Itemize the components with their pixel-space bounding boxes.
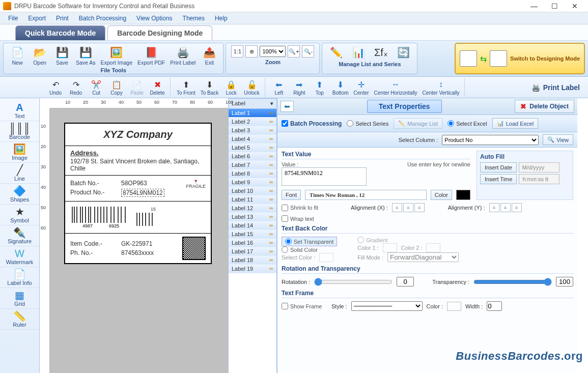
panel-back-button[interactable]: ⬅ (281, 101, 294, 112)
gradient-radio[interactable]: Gradient (357, 237, 403, 243)
export-pdf-button[interactable]: 📕Export PDF (135, 44, 167, 67)
zoom-fit-icon[interactable]: 1:1 (231, 45, 243, 58)
close-button[interactable]: ✕ (565, 1, 585, 12)
batch-checkbox[interactable]: Batch Processing (282, 120, 342, 127)
menu-themes[interactable]: Themes (178, 13, 210, 24)
select-color-swatch[interactable] (319, 253, 333, 262)
font-button[interactable]: Font (282, 190, 301, 200)
tool-watermark[interactable]: WWatermark (0, 246, 39, 267)
solid-radio[interactable]: Solid Color (282, 246, 327, 253)
transparency-value[interactable] (556, 277, 573, 286)
color2-swatch[interactable] (426, 243, 440, 252)
manage-formula-button[interactable]: Σfₓ (370, 44, 391, 61)
align-right-button[interactable]: ➡Right (290, 78, 309, 97)
frame-style-select[interactable]: ──────── (351, 301, 423, 311)
rotation-value[interactable] (397, 277, 414, 286)
tool-signature[interactable]: ✒️Signature (0, 225, 39, 246)
zoom-out-icon[interactable]: 🔍- (302, 45, 314, 58)
tool-barcode[interactable]: ║║║Barcode (0, 121, 39, 142)
manage-list-button[interactable]: ✏️Manage List (394, 118, 442, 129)
labellist-item[interactable]: Label 3✏ (229, 126, 276, 135)
switch-mode-button[interactable]: ⇆ Switch to Designing Mode (455, 43, 585, 74)
load-excel-button[interactable]: 📊Load Excel (492, 118, 538, 129)
rotation-slider[interactable] (314, 278, 393, 286)
labellist-item[interactable]: Label 12✏ (229, 204, 276, 213)
tool-image[interactable]: 🖼️Image (0, 142, 39, 163)
insert-time-button[interactable]: Insert Time (480, 174, 517, 184)
copy-button[interactable]: 📋Copy (107, 78, 126, 97)
tool-text[interactable]: AText (0, 100, 39, 121)
manage-edit-button[interactable]: ✏️ (325, 44, 347, 61)
align-left-button[interactable]: ⬅Left (269, 78, 289, 97)
frame-width-input[interactable] (487, 301, 502, 311)
tool-line[interactable]: ╱Line (0, 163, 39, 184)
labellist-item[interactable]: Label 16✏ (229, 239, 276, 247)
labellist-item[interactable]: Label 15✏ (229, 230, 276, 239)
redo-button[interactable]: ↷Redo (66, 78, 86, 97)
cut-button[interactable]: ✂️Cut (87, 78, 106, 97)
labellist-item[interactable]: Label 14✏ (229, 221, 276, 230)
menu-export[interactable]: Export (23, 13, 51, 24)
maximize-button[interactable]: ☐ (544, 1, 565, 12)
labellist-item[interactable]: Label 4✏ (229, 135, 276, 144)
align-center-button[interactable]: ✛Center (352, 78, 371, 97)
alignx-center[interactable]: ≡ (403, 203, 413, 212)
lock-button[interactable]: 🔒Lock (221, 78, 241, 97)
menu-file[interactable]: File (3, 13, 23, 24)
align-bottom-button[interactable]: ⬇Bottom (330, 78, 351, 97)
select-excel-radio[interactable]: Select Excel (447, 120, 487, 127)
alignx-left[interactable]: ≡ (392, 203, 402, 212)
color1-swatch[interactable] (383, 243, 397, 252)
delete-button[interactable]: ✖Delete (148, 78, 167, 97)
open-button[interactable]: 📂Open (29, 44, 50, 67)
tool-symbol[interactable]: ★Symbol (0, 205, 39, 225)
labellist-item[interactable]: Label 18✏ (229, 256, 276, 265)
toback-button[interactable]: ⬇To Back (199, 78, 221, 97)
labellist-item[interactable]: Label 11✏ (229, 195, 276, 204)
saveas-button[interactable]: 💾Save As (74, 44, 98, 67)
menu-print[interactable]: Print (51, 13, 74, 24)
tool-ruler[interactable]: 📏Ruler (0, 309, 39, 330)
wrap-checkbox[interactable]: Wrap text (282, 215, 327, 222)
align-top-button[interactable]: ⬆Top (310, 78, 329, 97)
color-button[interactable]: Color (431, 190, 452, 200)
labellist-item[interactable]: Label 5✏ (229, 144, 276, 152)
delete-object-button[interactable]: ✖Delete Object (515, 100, 574, 113)
view-button[interactable]: 🔍View (543, 134, 573, 145)
selected-text-field[interactable]: 8754L9NM012 (121, 189, 164, 197)
save-button[interactable]: 💾Save (51, 44, 73, 67)
center-vert-button[interactable]: ↕Center Vertically (421, 78, 462, 97)
export-image-button[interactable]: 🖼️Export Image (99, 44, 134, 67)
print-label-big-button[interactable]: 🖨️ Print Label (525, 81, 586, 94)
menu-help[interactable]: Help (210, 13, 233, 24)
tool-grid[interactable]: ▦Grid (0, 288, 39, 309)
aligny-bot[interactable]: ≡ (512, 203, 522, 212)
labellist-item[interactable]: Label 10✏ (229, 187, 276, 195)
labellist-item[interactable]: Label 6✏ (229, 152, 276, 161)
column-select[interactable]: Product No (442, 135, 539, 145)
menu-batch[interactable]: Batch Processing (74, 13, 131, 24)
aligny-mid[interactable]: ≡ (500, 203, 511, 212)
value-input[interactable]: 8754L9NM012 (282, 167, 367, 186)
time-format[interactable]: h:mm:ss tt (519, 174, 559, 184)
new-button[interactable]: 📄New (7, 44, 28, 67)
alignx-right[interactable]: ≡ (414, 203, 425, 212)
zoom-select[interactable]: 100% (260, 46, 286, 57)
unlock-button[interactable]: 🔓Unlock (242, 78, 262, 97)
transparent-radio[interactable]: Set Transparent (282, 237, 337, 246)
label-preview[interactable]: XYZ Company Address. 192/78 St. Saint Vi… (64, 123, 212, 264)
insert-date-button[interactable]: Insert Date (480, 162, 517, 173)
tool-labelinfo[interactable]: 📄Label Info (0, 267, 39, 288)
labellist-item[interactable]: Label 17✏ (229, 247, 276, 256)
exit-button[interactable]: 📤Exit (199, 44, 220, 67)
transparency-slider[interactable] (473, 278, 552, 286)
labellist-item[interactable]: Label 7✏ (229, 161, 276, 169)
menu-view[interactable]: View Options (131, 13, 177, 24)
labellist-item[interactable]: Label 19✏ (229, 265, 276, 273)
frame-color-swatch[interactable] (447, 302, 461, 311)
manage-excel-button[interactable]: 📊 (348, 44, 369, 61)
tofront-button[interactable]: ⬆To Front (175, 78, 198, 97)
tab-design-mode[interactable]: Barcode Designing Mode (107, 25, 212, 40)
aligny-top[interactable]: ≡ (489, 203, 499, 212)
paste-button[interactable]: 📄Paste (127, 78, 147, 97)
